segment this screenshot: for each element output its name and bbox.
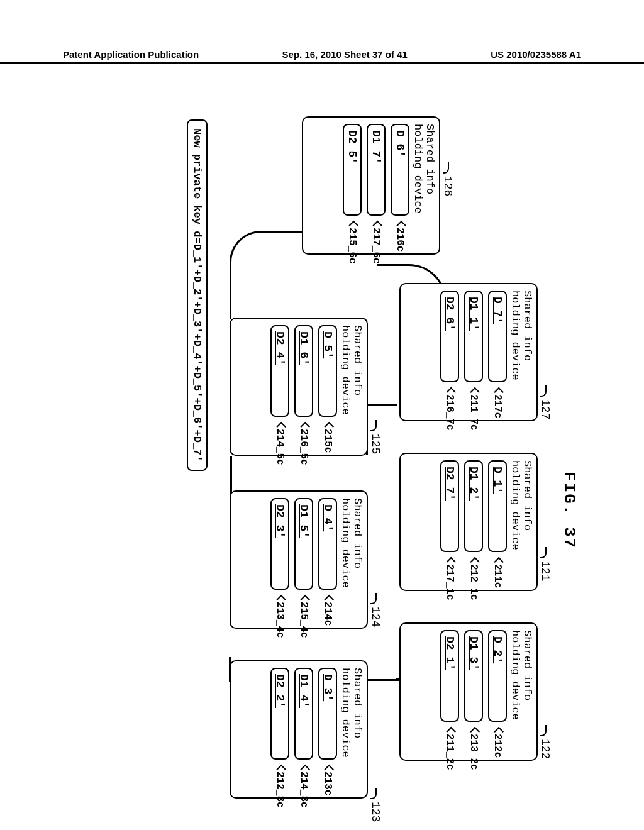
- ref-tag: 214_5c: [274, 429, 286, 465]
- share-box: D2_3'213_4c: [270, 498, 289, 590]
- share-box: D1_2'212_1c: [464, 460, 483, 552]
- device-title: Shared info holding device: [340, 498, 364, 628]
- ref-tag: 216c: [394, 228, 406, 252]
- ref-tag: 211_7c: [468, 394, 479, 431]
- private-key-equation: New private key d=D_1'+D_2'+D_3'+D_4'+D_…: [187, 119, 208, 471]
- header-right: US 2010/0235588 A1: [491, 49, 581, 60]
- page-header: Patent Application Publication Sep. 16, …: [0, 49, 644, 64]
- ring-segment: [230, 456, 232, 494]
- share-box: D_5'215c: [318, 325, 337, 417]
- share-box: D2_6'216_7c: [440, 290, 459, 382]
- share-box: D2_1'211_2c: [440, 630, 459, 722]
- share-box: D_1'211c: [488, 460, 507, 552]
- share-box: D2_4'214_5c: [270, 325, 289, 417]
- share-box: D2_5'215_6c: [343, 124, 362, 216]
- ref-tag: 213_2c: [468, 734, 479, 770]
- share-box: D1_3'213_2c: [464, 630, 483, 722]
- share-box: D_7'217c: [488, 290, 507, 382]
- ref-tag: 215_4c: [298, 602, 309, 638]
- device-126: Shared info holding device D_6'216c D1_7…: [302, 116, 440, 255]
- device-ref: 121: [539, 561, 552, 581]
- ref-tag: 217_6c: [370, 228, 382, 264]
- ref-tag: 215c: [322, 429, 333, 453]
- ref-tag: 216_5c: [298, 429, 309, 465]
- ref-tag: 212_1c: [468, 564, 479, 600]
- device-ref: 122: [539, 739, 552, 759]
- device-ref: 127: [539, 399, 552, 419]
- ring-segment: [230, 231, 261, 319]
- device-ref: 125: [369, 434, 382, 454]
- ref-tag: 212_3c: [274, 772, 286, 808]
- ref-tag: 212c: [492, 734, 503, 758]
- device-title: Shared info holding device: [412, 124, 436, 253]
- ring-segment: [366, 404, 397, 406]
- ref-tag: 214c: [322, 602, 333, 626]
- device-title: Shared info holding device: [340, 325, 364, 455]
- device-125: Shared info holding device D_5'215c D1_6…: [230, 318, 368, 456]
- device-123: Shared info holding device D_3'213c D1_4…: [230, 660, 368, 799]
- device-ref: 124: [369, 607, 382, 627]
- share-box: D_3'213c: [318, 668, 337, 760]
- share-box: D2_2'212_3c: [270, 668, 289, 760]
- header-mid: Sep. 16, 2010 Sheet 37 of 41: [282, 49, 408, 60]
- device-124: Shared info holding device D_4'214c D1_5…: [230, 490, 368, 629]
- ref-tag: 211c: [492, 564, 503, 588]
- device-ref: 126: [441, 176, 454, 196]
- share-box: D_6'216c: [391, 124, 409, 216]
- device-title: Shared info holding device: [509, 630, 533, 760]
- ref-tag: 211_2c: [444, 734, 455, 770]
- device-title: Shared info holding device: [340, 668, 364, 797]
- ring-segment: [259, 231, 303, 233]
- device-121: Shared info holding device D_1'211c D1_2…: [399, 453, 538, 591]
- ref-tag: 217c: [492, 394, 503, 418]
- figure-diagram: FIG. 37 Shared info holding device D_6'2…: [13, 201, 591, 654]
- share-box: D1_7'217_6c: [367, 124, 386, 216]
- ref-tag: 215_6c: [347, 228, 358, 264]
- device-127: Shared info holding device D_7'217c D1_1…: [399, 283, 538, 421]
- share-box: D1_1'211_7c: [464, 290, 483, 382]
- ref-tag: 213c: [322, 772, 333, 795]
- share-box: D_2'212c: [488, 630, 507, 722]
- device-title: Shared info holding device: [509, 460, 533, 590]
- device-title: Shared info holding device: [509, 290, 533, 420]
- figure-label: FIG. 37: [560, 472, 579, 549]
- ref-tag: 216_7c: [444, 394, 455, 431]
- share-box: D2_7'217_1c: [440, 460, 459, 552]
- share-box: D1_4'214_3c: [294, 668, 313, 760]
- ref-tag: 214_3c: [298, 772, 309, 808]
- share-box: D_4'214c: [318, 498, 337, 590]
- ring-segment: [365, 679, 402, 681]
- share-box: D1_5'215_4c: [294, 498, 313, 590]
- ref-tag: 217_1c: [444, 564, 455, 600]
- device-122: Shared info holding device D_2'212c D1_3…: [399, 622, 538, 761]
- share-box: D1_6'216_5c: [294, 325, 313, 417]
- header-left: Patent Application Publication: [63, 49, 199, 60]
- device-ref: 123: [369, 802, 382, 822]
- ref-tag: 213_4c: [274, 602, 286, 638]
